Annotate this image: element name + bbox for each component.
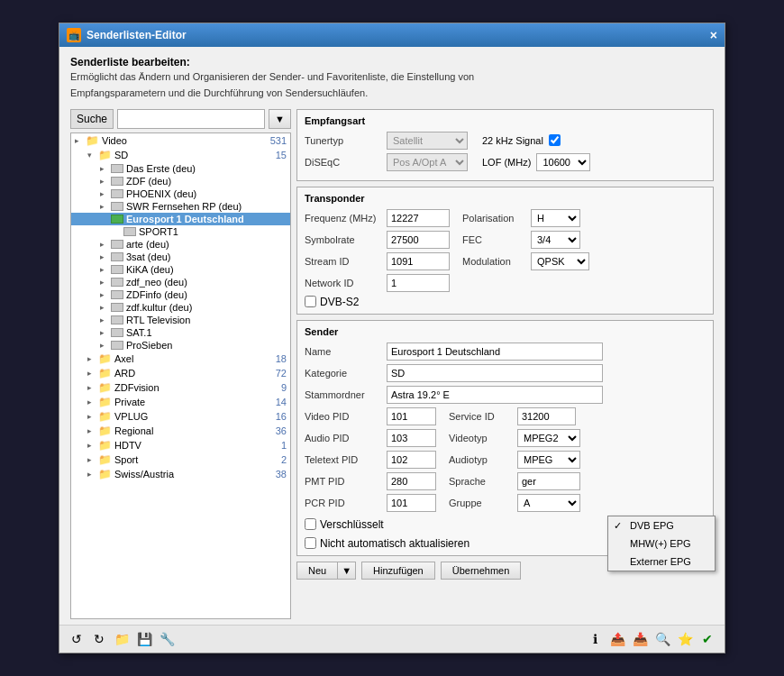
audiotyp-label: Audiotyp bbox=[449, 454, 512, 465]
pcr-pid-label: PCR PID bbox=[305, 498, 381, 508]
tree-item[interactable]: ▸KiKA (deu) bbox=[71, 263, 290, 276]
tree-item[interactable]: ▸📁VPLUG16 bbox=[71, 409, 290, 424]
save-icon[interactable]: 💾 bbox=[134, 629, 154, 649]
close-button[interactable]: × bbox=[710, 28, 717, 42]
tree-item[interactable]: ▸PHOENIX (deu) bbox=[71, 187, 290, 200]
gruppe-label: Gruppe bbox=[449, 498, 512, 508]
search-button[interactable]: ▼ bbox=[269, 109, 291, 129]
window-title: Senderlisten-Editor bbox=[87, 29, 187, 41]
pcr-pid-input[interactable] bbox=[387, 494, 436, 512]
tree-item[interactable]: SPORT1 bbox=[71, 225, 290, 238]
symbolrate-input[interactable] bbox=[387, 231, 450, 249]
tree-item[interactable]: Eurosport 1 Deutschland bbox=[71, 213, 290, 225]
pmt-pid-input[interactable] bbox=[387, 472, 436, 490]
stammordner-input[interactable] bbox=[387, 386, 603, 404]
fec-select[interactable]: 3/4 bbox=[531, 231, 580, 249]
star-icon[interactable]: ⭐ bbox=[675, 629, 695, 649]
neu-button[interactable]: Neu bbox=[297, 562, 337, 579]
stammordner-label: Stammordner bbox=[305, 389, 381, 400]
network-id-label: Network ID bbox=[305, 278, 381, 288]
neu-dropdown[interactable]: ▼ bbox=[337, 562, 355, 579]
tree-item[interactable]: ▸📁Swiss/Austria38 bbox=[71, 467, 290, 481]
sprache-input[interactable] bbox=[517, 472, 580, 490]
toolbar: ↺ ↻ 📁 💾 🔧 ℹ 📤 📥 🔍 ⭐ ✔ bbox=[59, 625, 725, 653]
tunertyp-select[interactable]: Satellit bbox=[387, 132, 468, 150]
videotyp-select[interactable]: MPEG2 bbox=[517, 429, 580, 447]
verschluesselt-checkbox[interactable] bbox=[305, 518, 316, 530]
nicht-aktualisieren-checkbox[interactable] bbox=[305, 537, 316, 549]
tree-item[interactable]: ▸📁ARD72 bbox=[71, 366, 290, 380]
settings-icon[interactable]: 🔧 bbox=[157, 629, 177, 649]
tree-item[interactable]: ▸arte (deu) bbox=[71, 238, 290, 251]
tree-item[interactable]: ▸📁ZDFvision9 bbox=[71, 380, 290, 395]
tree-item[interactable]: ▸RTL Television bbox=[71, 314, 290, 326]
transponder-title: Transponder bbox=[305, 193, 706, 204]
nicht-aktualisieren-label: Nicht automatisch aktualisieren bbox=[320, 537, 469, 550]
signal-checkbox[interactable] bbox=[549, 134, 561, 146]
tree-container[interactable]: ▸📁Video531▾📁SD15▸Das Erste (deu)▸ZDF (de… bbox=[70, 132, 291, 619]
tree-item[interactable]: ▸📁Private14 bbox=[71, 395, 290, 409]
header-desc2: Empfangsparametern und die Durchführung … bbox=[70, 87, 714, 100]
fec-label: FEC bbox=[462, 234, 525, 245]
context-externer-epg[interactable]: Externer EPG bbox=[608, 553, 715, 571]
lof-label: LOF (MHz) bbox=[482, 157, 531, 168]
lof-select[interactable]: 10600 bbox=[536, 153, 590, 171]
context-mhw-epg[interactable]: MHW(+) EPG bbox=[608, 534, 715, 553]
tree-item[interactable]: ▸📁Regional36 bbox=[71, 424, 290, 438]
tree-item[interactable]: ▸📁Sport2 bbox=[71, 452, 290, 467]
tree-item[interactable]: ▸📁Video531 bbox=[71, 133, 290, 148]
network-id-input[interactable] bbox=[387, 274, 450, 292]
tree-item[interactable]: ▸ZDFinfo (deu) bbox=[71, 288, 290, 301]
tree-item[interactable]: ▸3sat (deu) bbox=[71, 251, 290, 263]
name-label: Name bbox=[305, 346, 381, 357]
left-panel: Suche ▼ ▸📁Video531▾📁SD15▸Das Erste (deu)… bbox=[70, 109, 291, 619]
tree-item[interactable]: ▸ProSieben bbox=[71, 339, 290, 352]
teletext-pid-input[interactable] bbox=[387, 451, 436, 469]
context-dvb-epg[interactable]: DVB EPG bbox=[608, 516, 715, 534]
tree-item[interactable]: ▸zdf_neo (deu) bbox=[71, 276, 290, 288]
hinzufuegen-button[interactable]: Hinzufügen bbox=[361, 562, 435, 580]
tree-item[interactable]: ▸zdf.kultur (deu) bbox=[71, 301, 290, 314]
dvbs2-label: DVB-S2 bbox=[320, 296, 359, 308]
teletext-pid-label: Teletext PID bbox=[305, 454, 381, 465]
folder-icon[interactable]: 📁 bbox=[112, 629, 132, 649]
service-id-label: Service ID bbox=[449, 411, 512, 422]
audio-pid-input[interactable] bbox=[387, 429, 436, 447]
tree-item[interactable]: ▾📁SD15 bbox=[71, 148, 290, 162]
title-bar: 📺 Senderlisten-Editor × bbox=[59, 23, 725, 47]
sender-title: Sender bbox=[305, 326, 706, 337]
search-input[interactable] bbox=[117, 109, 265, 129]
diseqc-select[interactable]: Pos A/Opt A bbox=[387, 153, 468, 171]
tree-item[interactable]: ▸📁HDTV1 bbox=[71, 438, 290, 452]
tree-item[interactable]: ▸📁Axel18 bbox=[71, 352, 290, 366]
name-input[interactable] bbox=[387, 343, 603, 361]
audiotyp-select[interactable]: MPEG bbox=[517, 451, 580, 469]
stream-id-label: Stream ID bbox=[305, 256, 381, 267]
kategorie-label: Kategorie bbox=[305, 368, 381, 379]
frequenz-input[interactable] bbox=[387, 209, 450, 227]
header-desc1: Ermöglicht das Ändern und Organisieren d… bbox=[70, 70, 714, 84]
uebernehmen-button[interactable]: Übernehmen bbox=[441, 562, 522, 580]
gruppe-select[interactable]: A bbox=[517, 494, 580, 512]
undo-icon[interactable]: ↺ bbox=[67, 629, 87, 649]
tree-item[interactable]: ▸SWR Fernsehen RP (deu) bbox=[71, 200, 290, 213]
verschluesselt-label: Verschlüsselt bbox=[320, 518, 384, 531]
dvbs2-checkbox[interactable] bbox=[305, 296, 316, 307]
tree-item[interactable]: ▸Das Erste (deu) bbox=[71, 162, 290, 175]
check-icon[interactable]: ✔ bbox=[697, 629, 717, 649]
polarisation-select[interactable]: H bbox=[531, 209, 580, 227]
symbolrate-label: Symbolrate bbox=[305, 234, 381, 245]
video-pid-input[interactable] bbox=[387, 407, 436, 425]
search2-icon[interactable]: 🔍 bbox=[652, 629, 672, 649]
tree-item[interactable]: ▸SAT.1 bbox=[71, 326, 290, 339]
tree-item[interactable]: ▸ZDF (deu) bbox=[71, 175, 290, 187]
redo-icon[interactable]: ↻ bbox=[89, 629, 109, 649]
stream-id-input[interactable] bbox=[387, 252, 450, 270]
download-icon[interactable]: 📥 bbox=[630, 629, 650, 649]
service-id-input[interactable] bbox=[517, 407, 576, 425]
kategorie-input[interactable] bbox=[387, 364, 603, 382]
modulation-select[interactable]: QPSK bbox=[531, 252, 589, 270]
pmt-pid-label: PMT PID bbox=[305, 476, 381, 487]
upload-icon[interactable]: 📤 bbox=[607, 629, 627, 649]
info-icon[interactable]: ℹ bbox=[585, 629, 605, 649]
